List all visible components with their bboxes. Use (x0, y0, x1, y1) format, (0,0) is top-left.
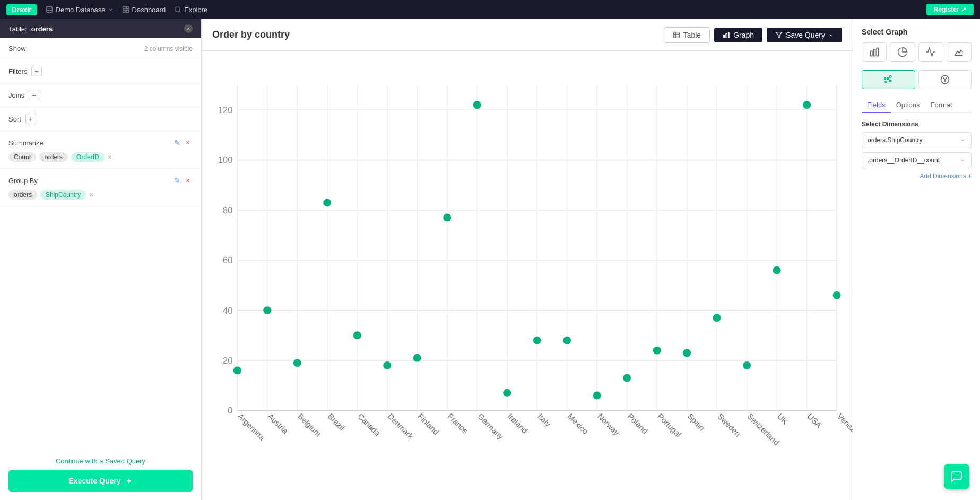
page-title: Order by country (212, 29, 664, 40)
svg-point-56 (503, 389, 511, 397)
show-section: Show 2 columns visible (0, 38, 201, 59)
pie-chart-type-button[interactable] (890, 42, 915, 62)
caret-down-icon (828, 32, 834, 38)
sidebar-footer: Continue with a Saved Query Execute Quer… (0, 451, 201, 500)
svg-marker-10 (776, 32, 782, 38)
saved-query-link[interactable]: Continue with a Saved Query (8, 457, 193, 465)
graph-type-grid-row2 (862, 70, 972, 89)
svg-text:UK: UK (776, 411, 790, 426)
filters-label: Filters (8, 67, 27, 75)
chat-button[interactable] (944, 464, 969, 489)
add-dimensions-button[interactable]: Add Dimensions + (862, 173, 972, 180)
svg-text:USA: USA (805, 411, 823, 429)
add-sort-button[interactable]: + (25, 114, 36, 124)
svg-text:60: 60 (223, 255, 232, 265)
summarize-tag-orders: orders (39, 152, 68, 162)
dimension1-select[interactable]: orders.ShipCountry (862, 132, 972, 148)
register-button[interactable]: Register ↗ (926, 4, 974, 15)
svg-rect-90 (873, 49, 875, 56)
delete-group-by-button[interactable]: × (183, 175, 193, 186)
select-dimensions-label: Select Dimensions (862, 120, 972, 128)
svg-text:Venezuela: Venezuela (836, 411, 853, 444)
dimension1-arrow (959, 137, 966, 143)
area-chart-type-button[interactable] (947, 42, 972, 62)
svg-text:Norway: Norway (596, 411, 621, 437)
svg-text:120: 120 (218, 105, 232, 115)
svg-point-92 (885, 81, 887, 83)
dimension2-arrow (959, 157, 966, 163)
add-join-button[interactable]: + (29, 90, 39, 100)
svg-point-55 (473, 101, 481, 109)
tab-format[interactable]: Format (925, 98, 958, 113)
svg-text:Austria: Austria (266, 411, 290, 435)
svg-rect-4 (126, 10, 128, 12)
edit-group-by-button[interactable]: ✎ (171, 175, 183, 186)
add-filter-button[interactable]: + (31, 66, 42, 76)
svg-point-64 (743, 361, 751, 369)
group-by-section: Group By ✎ × orders ShipCountry × (0, 169, 201, 206)
bar-chart-type-button[interactable] (862, 42, 887, 62)
tab-options[interactable]: Options (891, 98, 925, 113)
right-panel-tabs: Fields Options Format (862, 98, 972, 113)
svg-point-57 (533, 337, 541, 344)
svg-point-51 (353, 331, 361, 339)
svg-rect-6 (673, 32, 679, 38)
dimension1-value: orders.ShipCountry (868, 136, 959, 144)
select-graph-title: Select Graph (862, 28, 972, 36)
svg-point-48 (263, 306, 271, 314)
funnel-chart-type-button[interactable] (918, 70, 972, 89)
svg-text:Canada: Canada (356, 411, 383, 438)
remove-summarize-button[interactable]: × (108, 153, 112, 161)
nav-database[interactable]: Demo Database (46, 6, 114, 14)
edit-summarize-button[interactable]: ✎ (171, 137, 183, 148)
svg-point-62 (683, 349, 691, 357)
sort-label: Sort (8, 115, 21, 123)
nav-dashboard[interactable]: Dashboard (122, 6, 166, 14)
dashboard-icon (122, 6, 129, 13)
svg-text:Belgium: Belgium (296, 411, 323, 438)
svg-point-52 (383, 361, 391, 369)
group-by-tag-shipcountry: ShipCountry (40, 190, 86, 200)
execute-query-button[interactable]: Execute Query (8, 470, 193, 492)
delete-summarize-button[interactable]: × (183, 137, 193, 148)
logo[interactable]: Draxlr (6, 4, 37, 15)
svg-text:Sweden: Sweden (716, 411, 742, 438)
sidebar: Table: orders × Show 2 columns visible F… (0, 19, 202, 500)
sort-section: Sort + (0, 107, 201, 131)
svg-point-94 (890, 76, 891, 77)
svg-point-60 (623, 374, 631, 382)
topnav: Draxlr Demo Database Dashboard Explore R… (0, 0, 980, 19)
svg-text:40: 40 (223, 306, 232, 315)
svg-text:0: 0 (228, 406, 232, 415)
table-name: orders (31, 25, 53, 33)
svg-point-5 (175, 7, 180, 12)
graph-button[interactable]: Graph (714, 28, 762, 42)
dimension2-select[interactable]: .orders__OrderID__count (862, 152, 972, 168)
right-panel: Select Graph Fields Op (853, 19, 980, 500)
tab-fields[interactable]: Fields (862, 98, 891, 113)
svg-point-59 (593, 392, 601, 400)
chevron-down-icon (108, 7, 114, 12)
svg-text:Brazil: Brazil (326, 411, 346, 432)
line-chart-type-button[interactable] (918, 42, 943, 62)
explore-icon (174, 6, 181, 13)
columns-visible: 2 columns visible (144, 45, 193, 53)
svg-rect-7 (729, 32, 730, 38)
summarize-tag-count: Count (8, 152, 36, 162)
remove-group-by-button[interactable]: × (89, 191, 93, 199)
sidebar-header: Table: orders × (0, 19, 201, 38)
svg-point-93 (888, 78, 889, 80)
save-query-button[interactable]: Save Query (767, 28, 842, 42)
main-content: Order by country Table Graph Save Query … (202, 19, 853, 500)
scatter-chart-type-button[interactable] (862, 70, 915, 89)
svg-point-54 (443, 214, 451, 222)
dimension2-value: .orders__OrderID__count (868, 157, 959, 164)
svg-text:100: 100 (218, 155, 232, 165)
joins-section: Joins + (0, 83, 201, 107)
nav-explore[interactable]: Explore (174, 6, 207, 14)
table-button[interactable]: Table (664, 27, 710, 43)
svg-rect-2 (126, 7, 128, 9)
svg-rect-91 (877, 48, 878, 56)
line-icon (925, 47, 936, 57)
close-table-icon[interactable]: × (184, 24, 193, 33)
